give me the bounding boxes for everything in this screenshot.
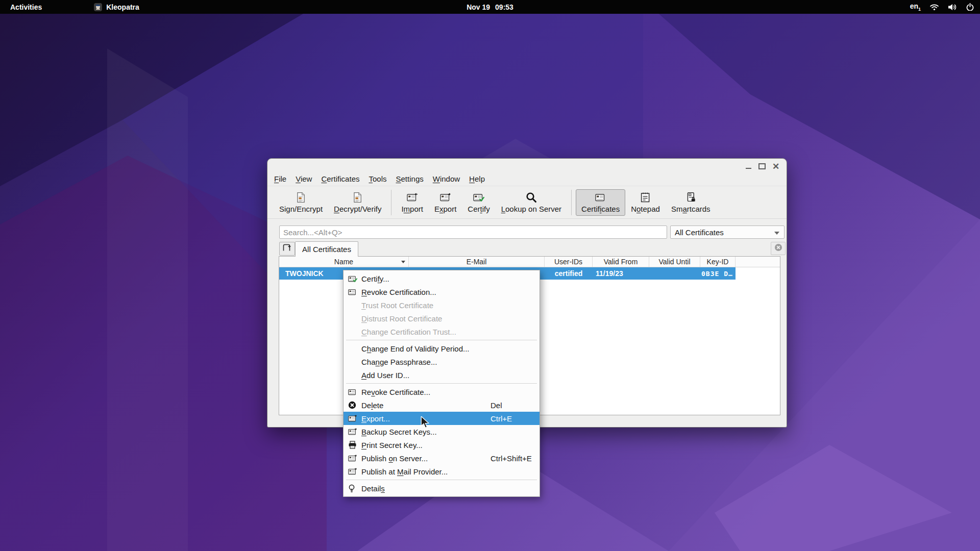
toolbar-label: Sign/Encrypt <box>279 205 323 213</box>
toolbar-label: Lookup on Server <box>501 205 561 213</box>
minimize-button[interactable] <box>744 162 753 171</box>
toolbar-label: Decrypt/Verify <box>334 205 381 213</box>
toolbar-certificates[interactable]: Certificates <box>576 189 625 216</box>
menu-item-publish-on-server[interactable]: Publish on Server...Ctrl+Shift+E <box>344 452 540 465</box>
certificate-context-menu: Certify... Revoke Certification...Trust … <box>343 270 540 497</box>
wifi-icon <box>929 4 939 11</box>
idcard-certify-icon <box>473 192 484 204</box>
menubar-settings[interactable]: Settings <box>391 173 428 185</box>
new-tab-button[interactable] <box>279 242 295 256</box>
column-header-key_id[interactable]: Key-ID <box>700 257 736 267</box>
toolbar-notepad[interactable]: Notepad <box>625 189 666 216</box>
maximize-button[interactable] <box>757 162 767 171</box>
idcard-import-icon <box>407 192 418 204</box>
idcard-export-icon <box>348 428 358 436</box>
menu-item-print-secret-key[interactable]: Print Secret Key... <box>344 438 540 452</box>
idcard-icon <box>348 288 358 296</box>
system-status-area[interactable]: en1 <box>910 0 974 14</box>
column-label: Key-ID <box>707 258 729 266</box>
menu-item-revoke-certificate[interactable]: Revoke Certificate... <box>344 385 540 398</box>
no-icon <box>348 314 358 322</box>
idcard-export-icon <box>348 467 358 475</box>
toolbar-import[interactable]: Import <box>396 189 429 216</box>
toolbar-label: Smartcards <box>671 205 710 213</box>
clock-time: 09:53 <box>495 3 513 11</box>
close-circle-icon <box>774 243 782 254</box>
close-tab-button[interactable] <box>771 242 786 255</box>
toolbar-decrypt-verify[interactable]: Decrypt/Verify <box>328 189 387 216</box>
search-input[interactable] <box>279 226 667 239</box>
menu-item-label: Trust Root Certificate <box>361 301 433 310</box>
no-icon <box>348 301 358 309</box>
table-header: NameE-MailUser-IDsValid FromValid UntilK… <box>279 257 780 267</box>
menu-separator <box>346 480 537 480</box>
toolbar-separator <box>391 190 391 215</box>
idcard-export-icon <box>440 192 451 204</box>
clock-button[interactable]: Nov 19 09:53 <box>467 3 513 11</box>
menu-bar: FileViewCertificatesToolsSettingsWindowH… <box>267 172 787 186</box>
document-sign-icon <box>296 192 306 204</box>
menu-item-label: Change End of Validity Period... <box>361 344 470 353</box>
menu-item-add-user-id[interactable]: Add User ID... <box>344 368 540 382</box>
menu-item-revoke-certification[interactable]: Revoke Certification... <box>344 285 540 298</box>
menu-item-label: Change Passphrase... <box>361 358 437 366</box>
menu-item-export[interactable]: Export...Ctrl+E <box>344 412 540 425</box>
close-button[interactable]: ✕ <box>771 162 780 171</box>
keyboard-layout-indicator[interactable]: en1 <box>910 2 921 12</box>
clock-date: Nov 19 <box>467 3 490 11</box>
toolbar-label: Notepad <box>631 205 660 213</box>
toolbar-export[interactable]: Export <box>429 189 462 216</box>
menubar-help[interactable]: Help <box>464 173 489 185</box>
menu-item-backup-secret-keys[interactable]: Backup Secret Keys... <box>344 425 540 438</box>
focused-app-menu[interactable]: Kleopatra <box>94 3 139 11</box>
toolbar-sign-encrypt[interactable]: Sign/Encrypt <box>274 189 328 216</box>
menubar-tools[interactable]: Tools <box>364 173 391 185</box>
toolbar-lookup-on-server[interactable]: Lookup on Server <box>496 189 567 216</box>
menu-item-label: Delete <box>361 401 383 410</box>
no-icon <box>348 358 358 366</box>
toolbar-label: Certify <box>468 205 489 213</box>
column-header-email[interactable]: E-Mail <box>409 257 545 267</box>
idcard-certify-icon <box>348 274 358 283</box>
chevron-down-icon <box>774 232 779 235</box>
idcard-icon <box>348 388 358 396</box>
menu-item-delete[interactable]: DeleteDel <box>344 398 540 412</box>
toolbar-label: Certificates <box>581 205 620 213</box>
column-header-valid_until[interactable]: Valid Until <box>649 257 700 267</box>
filter-value: All Certificates <box>675 228 724 237</box>
toolbar-certify[interactable]: Certify <box>462 189 495 216</box>
menubar-file[interactable]: File <box>270 173 291 185</box>
menu-item-certify[interactable]: Certify... <box>344 272 540 285</box>
tab-all-certificates[interactable]: All Certificates <box>295 241 358 257</box>
menubar-certificates[interactable]: Certificates <box>316 173 364 185</box>
power-icon <box>966 3 974 11</box>
menu-item-shortcut: Ctrl+E <box>491 414 512 423</box>
new-tab-icon <box>283 244 291 254</box>
menu-item-shortcut: Del <box>491 401 502 410</box>
menu-item-change-passphrase[interactable]: Change Passphrase... <box>344 355 540 368</box>
menu-item-label: Distrust Root Certificate <box>361 314 442 323</box>
menubar-view[interactable]: View <box>291 173 316 185</box>
menu-item-label: Publish at Mail Provider... <box>361 467 448 476</box>
menu-item-label: Change Certification Trust... <box>361 328 456 336</box>
certificate-filter-dropdown[interactable]: All Certificates <box>670 226 785 239</box>
toolbar-smartcards[interactable]: Smartcards <box>666 189 716 216</box>
menu-separator <box>346 383 537 384</box>
menu-item-label: Publish on Server... <box>361 454 428 463</box>
cell-valid_from: 11/19/23 <box>593 267 649 280</box>
column-header-user_ids[interactable]: User-IDs <box>545 257 593 267</box>
column-header-name[interactable]: Name <box>279 257 409 267</box>
idcard-icon <box>595 192 606 204</box>
window-controls: ✕ <box>744 162 780 171</box>
column-header-valid_from[interactable]: Valid From <box>593 257 649 267</box>
delete-icon <box>348 401 358 409</box>
menu-item-details[interactable]: Details <box>344 482 540 495</box>
activities-button[interactable]: Activities <box>0 0 52 14</box>
menu-item-label: Certify... <box>361 274 389 283</box>
toolbar-separator <box>571 190 572 215</box>
menubar-window[interactable]: Window <box>428 173 464 185</box>
menu-item-label: Revoke Certification... <box>361 288 436 296</box>
menu-item-publish-at-mail-provider[interactable]: Publish at Mail Provider... <box>344 465 540 478</box>
no-icon <box>348 371 358 379</box>
menu-item-change-end-of-validity-period[interactable]: Change End of Validity Period... <box>344 342 540 355</box>
